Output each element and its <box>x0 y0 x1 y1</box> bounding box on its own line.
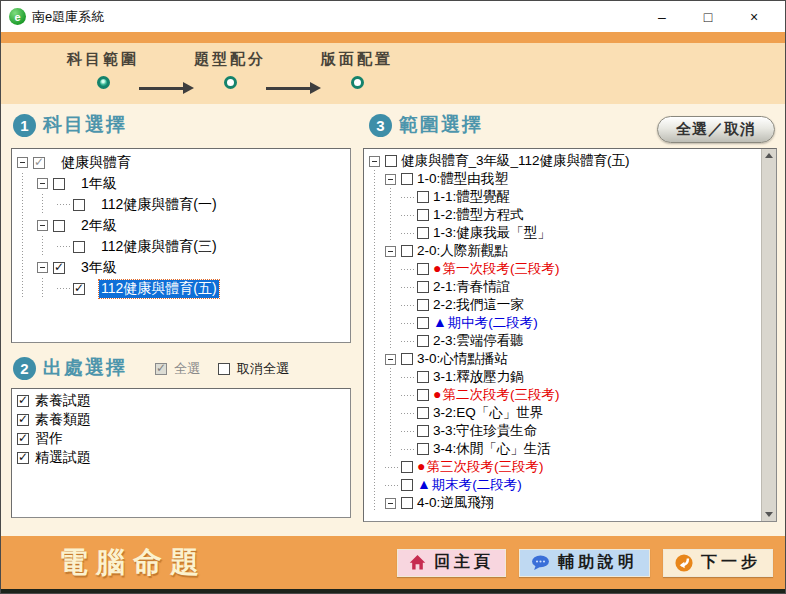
tree-item[interactable]: ▲期末考(二段考) <box>369 476 759 494</box>
scroll-up-icon[interactable] <box>765 153 773 158</box>
select-all-option[interactable]: 全選 <box>153 360 200 378</box>
checkbox[interactable] <box>417 227 429 239</box>
tree-item-label[interactable]: 112健康與體育(五) <box>99 280 219 298</box>
home-button[interactable]: 回主頁 <box>397 549 506 577</box>
deselect-all-option[interactable]: 取消全選 <box>216 360 289 378</box>
tree-item[interactable]: 4-0:逆風飛翔 <box>369 494 759 512</box>
tree-item-label[interactable]: 3-3:守住珍貴生命 <box>431 422 539 440</box>
tree-item[interactable]: 1年級 <box>17 173 348 194</box>
checkbox[interactable] <box>417 335 429 347</box>
select-all-checkbox[interactable] <box>155 363 167 375</box>
checkbox[interactable] <box>417 425 429 437</box>
tree-item[interactable]: 健康與體育_3年級_112健康與體育(五) <box>369 152 759 170</box>
tree-item[interactable]: 3年級 <box>17 257 348 278</box>
checkbox[interactable] <box>385 155 397 167</box>
tree-item-label[interactable]: 1-0:體型由我塑 <box>415 170 510 188</box>
checkbox[interactable] <box>417 263 429 275</box>
list-item-label[interactable]: 素養試題 <box>33 392 93 410</box>
tree-item-label[interactable]: ▲期末考(二段考) <box>415 476 524 494</box>
list-item[interactable]: 習作 <box>15 429 350 448</box>
tree-item[interactable]: ●第二次段考(三段考) <box>369 386 759 404</box>
tree-item[interactable]: 3-4:休閒「心」生活 <box>369 440 759 458</box>
tree-item-label[interactable]: 3-0:心情點播站 <box>415 350 510 368</box>
checkbox[interactable] <box>417 299 429 311</box>
tree-item-label[interactable]: ●第二次段考(三段考) <box>431 386 561 404</box>
checkbox[interactable] <box>417 407 429 419</box>
step-question-allocation[interactable]: 題型配分 <box>194 50 266 104</box>
tree-item-label[interactable]: 3年級 <box>79 259 119 277</box>
tree-expander[interactable] <box>385 354 396 365</box>
subject-tree-panel[interactable]: 健康與體育1年級112健康與體育(一)2年級112健康與體育(三)3年級112健… <box>11 148 351 343</box>
tree-item[interactable]: 2-0:人際新觀點 <box>369 242 759 260</box>
tree-expander[interactable] <box>385 246 396 257</box>
tree-item-label[interactable]: ●第一次段考(三段考) <box>431 260 561 278</box>
tree-item[interactable]: 1-2:體型方程式 <box>369 206 759 224</box>
checkbox[interactable] <box>53 262 65 274</box>
tree-item-label[interactable]: 3-4:休閒「心」生活 <box>431 440 553 458</box>
tree-item[interactable]: 3-1:釋放壓力鍋 <box>369 368 759 386</box>
help-button[interactable]: 輔助說明 <box>519 549 650 577</box>
checkbox[interactable] <box>401 245 413 257</box>
source-listbox[interactable]: 素養試題素養類題習作精選試題 <box>11 388 351 518</box>
tree-item-label[interactable]: 1-3:健康我最「型」 <box>431 224 553 242</box>
list-item[interactable]: 精選試題 <box>15 448 350 467</box>
list-item-label[interactable]: 精選試題 <box>33 449 93 467</box>
tree-item[interactable]: 1-3:健康我最「型」 <box>369 224 759 242</box>
tree-expander[interactable] <box>369 156 380 167</box>
tree-item[interactable]: 112健康與體育(三) <box>17 236 348 257</box>
tree-item[interactable]: 1-0:體型由我塑 <box>369 170 759 188</box>
checkbox[interactable] <box>401 353 413 365</box>
step-subject-range[interactable]: 科目範圍 <box>67 50 139 104</box>
tree-item-label[interactable]: 1-2:體型方程式 <box>431 206 526 224</box>
checkbox[interactable] <box>417 443 429 455</box>
tree-item[interactable]: 2年級 <box>17 215 348 236</box>
tree-item[interactable]: ●第一次段考(三段考) <box>369 260 759 278</box>
tree-item-label[interactable]: 2-2:我們這一家 <box>431 296 526 314</box>
list-item[interactable]: 素養試題 <box>15 391 350 410</box>
checkbox[interactable] <box>33 157 45 169</box>
checkbox[interactable] <box>17 414 29 426</box>
checkbox[interactable] <box>401 461 413 473</box>
checkbox[interactable] <box>417 389 429 401</box>
tree-expander[interactable] <box>385 498 396 509</box>
tree-item-label[interactable]: 1年級 <box>79 175 119 193</box>
checkbox[interactable] <box>401 173 413 185</box>
tree-item[interactable]: 3-0:心情點播站 <box>369 350 759 368</box>
tree-item[interactable]: 112健康與體育(五) <box>17 278 348 299</box>
checkbox[interactable] <box>53 178 65 190</box>
tree-item[interactable]: 112健康與體育(一) <box>17 194 348 215</box>
minimize-button[interactable]: – <box>639 1 685 32</box>
tree-item-label[interactable]: 112健康與體育(三) <box>99 238 219 256</box>
tree-item-label[interactable]: 1-1:體型覺醒 <box>431 188 512 206</box>
checkbox[interactable] <box>53 220 65 232</box>
checkbox[interactable] <box>401 479 413 491</box>
range-tree[interactable]: 健康與體育_3年級_112健康與體育(五)1-0:體型由我塑1-1:體型覺醒1-… <box>364 149 761 512</box>
tree-item-label[interactable]: ●第三次段考(三段考) <box>415 458 545 476</box>
tree-expander[interactable] <box>17 157 28 168</box>
tree-item[interactable]: ▲期中考(二段考) <box>369 314 759 332</box>
checkbox[interactable] <box>417 371 429 383</box>
checkbox[interactable] <box>417 317 429 329</box>
checkbox[interactable] <box>417 281 429 293</box>
tree-item[interactable]: 3-3:守住珍貴生命 <box>369 422 759 440</box>
checkbox[interactable] <box>417 209 429 221</box>
tree-item-label[interactable]: 3-1:釋放壓力鍋 <box>431 368 526 386</box>
checkbox[interactable] <box>17 452 29 464</box>
tree-item[interactable]: 1-1:體型覺醒 <box>369 188 759 206</box>
tree-item-label[interactable]: 3-2:EQ「心」世界 <box>431 404 545 422</box>
tree-item-label[interactable]: 健康與體育_3年級_112健康與體育(五) <box>399 152 632 170</box>
tree-item[interactable]: ●第三次段考(三段考) <box>369 458 759 476</box>
tree-item-label[interactable]: 2-0:人際新觀點 <box>415 242 510 260</box>
list-item[interactable]: 素養類題 <box>15 410 350 429</box>
checkbox[interactable] <box>417 191 429 203</box>
step-page-layout[interactable]: 版面配置 <box>321 50 393 104</box>
tree-expander[interactable] <box>385 174 396 185</box>
tree-item[interactable]: 2-2:我們這一家 <box>369 296 759 314</box>
select-toggle-button[interactable]: 全選／取消 <box>657 116 775 143</box>
tree-item[interactable]: 健康與體育 <box>17 152 348 173</box>
checkbox[interactable] <box>17 395 29 407</box>
next-button[interactable]: 下一步 <box>663 549 773 577</box>
tree-item-label[interactable]: 2-1:青春情誼 <box>431 278 512 296</box>
tree-item[interactable]: 2-3:雲端停看聽 <box>369 332 759 350</box>
tree-expander[interactable] <box>37 262 48 273</box>
